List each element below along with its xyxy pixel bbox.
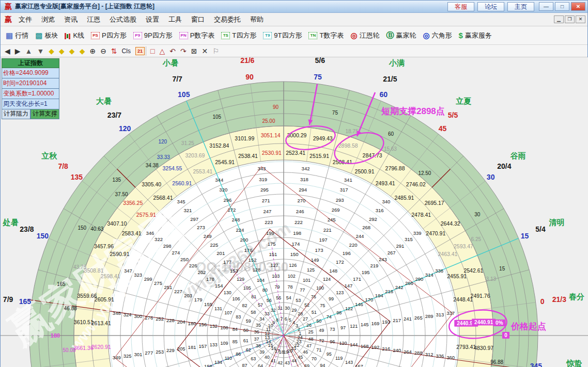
toolbar-K线[interactable]: K线 <box>65 31 84 40</box>
spiral-number: 26 <box>306 323 312 328</box>
spiral-number: 288 <box>414 350 423 356</box>
toolbar-T四方形[interactable]: TST四方形 <box>221 31 256 40</box>
spiral-number: 80 <box>262 288 268 293</box>
hex-icon: ◎ <box>423 31 429 40</box>
rotate-ccw-tool[interactable]: ↶ <box>169 46 176 56</box>
toolbar-label: P四方形 <box>102 31 127 40</box>
diamond-right[interactable]: ◆ <box>59 46 65 56</box>
minimize-button[interactable]: — <box>539 2 553 11</box>
spiral-number: 128 <box>253 267 260 273</box>
forum-button[interactable]: 论坛 <box>477 2 504 11</box>
rotate-cw-tool[interactable]: ↷ <box>180 46 187 56</box>
spiral-number: 143 <box>345 360 353 365</box>
menu-item-7[interactable]: 窗口 <box>187 14 209 25</box>
updown-button[interactable]: ⇅ <box>111 46 117 56</box>
toolbar-行情[interactable]: ▦行情 <box>6 31 28 40</box>
degree-ring-label: 120 <box>158 139 167 145</box>
spiral-number: 223 <box>265 219 273 225</box>
toolbar-9P四方形[interactable]: P99P四方形 <box>133 31 173 40</box>
zoom-in-button[interactable]: ⊕ <box>89 46 96 56</box>
toolbar-P四方形[interactable]: PSP四方形 <box>91 31 127 40</box>
spiral-number: 148 <box>329 268 337 274</box>
spiral-number: 245 <box>328 217 336 222</box>
spiral-number: 324 <box>123 312 132 317</box>
step-field[interactable]: 周天变化步长=1 <box>2 99 59 109</box>
degree-180-label: 180 <box>51 332 60 339</box>
toolbar-江恩轮[interactable]: ◎江恩轮 <box>350 31 379 40</box>
spiral-number: 175 <box>268 241 276 247</box>
transform-coefficient-field[interactable]: 变换系数=1.00000 <box>2 89 59 99</box>
diamond-down[interactable]: ◆ <box>80 46 85 56</box>
flag-tool[interactable]: ⚐ <box>212 46 219 56</box>
PN-icon: PN <box>179 32 188 39</box>
down-button[interactable]: ▼ <box>37 46 44 56</box>
diamond-left[interactable]: ◆ <box>49 46 54 56</box>
price-outer-label: 3305.40 <box>142 181 161 187</box>
next-button[interactable]: ▶ <box>15 46 21 56</box>
spiral-number: 273 <box>197 225 205 230</box>
toolbar-9T四方形[interactable]: T99T四方形 <box>263 31 302 40</box>
mdi-restore-button[interactable]: ❐ <box>565 15 575 23</box>
toolbar-六角形[interactable]: ◎六角形 <box>423 31 452 40</box>
spiral-number: 291 <box>396 243 404 249</box>
TN-icon: TN <box>308 32 317 39</box>
diamond-up[interactable]: ◆ <box>69 46 75 56</box>
triangle-tool[interactable]: △ <box>159 46 165 56</box>
center-tool[interactable]: ✕ <box>202 46 208 56</box>
spiral-number: 181 <box>188 344 196 350</box>
menu-item-3[interactable]: 江恩 <box>82 14 105 25</box>
price-outer-label: 3101.99 <box>235 135 254 141</box>
spiral-number: 52 <box>304 302 310 308</box>
mdi-minimize-button[interactable]: ▁ <box>554 15 564 23</box>
homepage-button[interactable]: 主页 <box>507 2 534 11</box>
menu-item-8[interactable]: 交易委托 <box>209 14 245 25</box>
close-button[interactable]: ✕ <box>571 2 585 11</box>
toolbar-赢家服务[interactable]: $赢家服务 <box>459 31 492 40</box>
square-tool[interactable]: □ <box>150 46 154 56</box>
spiral-number: 49 <box>319 328 324 333</box>
up-button[interactable]: ▲ <box>25 46 33 56</box>
menu-item-0[interactable]: 文件 <box>14 14 37 25</box>
spiral-number: 340 <box>382 199 391 204</box>
spiral-number: 201 <box>216 250 225 256</box>
mdi-close-button[interactable]: ✕ <box>576 15 585 23</box>
price-outer-label: 3203.69 <box>185 152 205 158</box>
spiral-number: 325 <box>123 353 132 359</box>
time-field[interactable]: 时间=20190104 <box>2 78 59 89</box>
cls-button[interactable]: Cls <box>122 46 131 56</box>
spiral-number: 267 <box>388 250 396 256</box>
spiral-number: 337 <box>446 310 455 316</box>
select-box-tool[interactable]: ⊠ <box>191 46 197 56</box>
zoom-out-button[interactable]: ⊖ <box>100 46 106 56</box>
gann-wheel[interactable]: 赢家财富网www.yingjia360.comyingjia360.comQQ:… <box>1 57 588 367</box>
menu-item-1[interactable]: 浏览 <box>37 14 59 25</box>
menu-item-5[interactable]: 设置 <box>141 14 164 25</box>
first-button[interactable]: ◀ <box>5 46 10 56</box>
spiral-number: 76 <box>311 294 316 299</box>
toolbar-T数字表[interactable]: TNT数字表 <box>308 31 344 40</box>
toolbar-赢家轮[interactable]: Ⓑ赢家轮 <box>386 30 416 40</box>
spiral-number: 83 <box>236 314 241 320</box>
customer-service-button[interactable]: 客服 <box>447 2 474 11</box>
menu-item-4[interactable]: 公式选股 <box>105 14 141 25</box>
spiral-number: 133 <box>210 342 218 347</box>
spiral-number: 123 <box>336 290 344 295</box>
menu-item-9[interactable]: 帮助 <box>245 14 268 25</box>
dollar-icon: $ <box>459 31 463 40</box>
toolbar-P数字表[interactable]: PNP数字表 <box>179 31 215 40</box>
big-icon: Ⓑ <box>386 30 394 40</box>
degree-ring-label: 60 <box>388 131 394 137</box>
spiral-number: 219 <box>370 263 378 268</box>
toolbar-板块[interactable]: ▩板块 <box>35 31 58 40</box>
maximize-button[interactable]: □ <box>555 2 569 11</box>
calc-support-button[interactable]: 计算支撑 <box>30 109 59 119</box>
price-field[interactable]: 价格=2440.9099 <box>2 68 59 78</box>
menu-item-2[interactable]: 资讯 <box>59 14 82 25</box>
spiral-number: 170 <box>365 297 373 302</box>
degree-ring-label: 165 <box>57 281 66 287</box>
menu-item-6[interactable]: 工具 <box>164 14 187 25</box>
calendar-button[interactable]: 21 <box>135 47 145 55</box>
spiral-number: 60 <box>243 328 249 333</box>
percent-ring-label: 40.63 <box>90 226 103 232</box>
calc-resistance-button[interactable]: 计算阻力 <box>2 109 30 119</box>
